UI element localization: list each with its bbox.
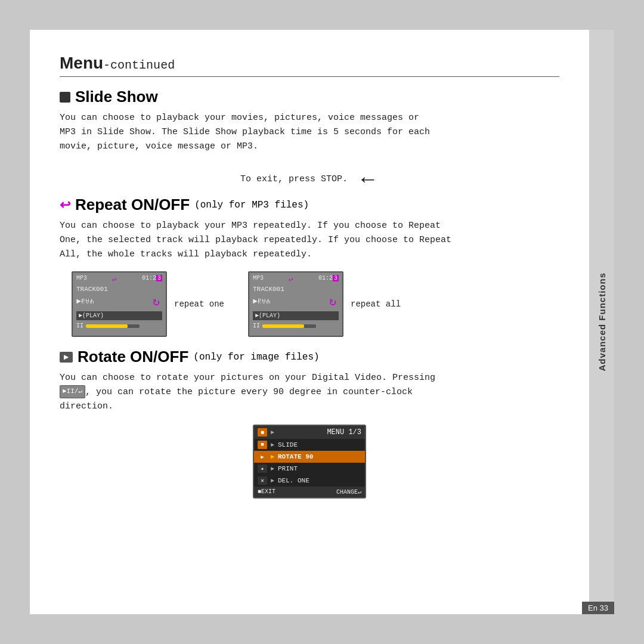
rotate-subtitle: (only for image files) xyxy=(193,352,319,363)
print-row-label: PRINT xyxy=(278,465,361,472)
repeat-title: ↩ Repeat ON/OFF (only for MP3 files) xyxy=(60,196,559,214)
slide-show-icon xyxy=(60,92,70,103)
rotate-button[interactable]: ►II/↵ xyxy=(60,385,85,398)
slide-row-label: SLIDE xyxy=(278,441,361,448)
mp3-screen-group-2: MP3 ↩ 01:23 TRACK001 ►𝈖𝈗𝈘 ↻ ►(PLAY) II xyxy=(248,271,401,337)
page-container: Menu-continued Slide Show You can choose… xyxy=(30,30,614,614)
rotate-icon: ▶ xyxy=(60,352,73,363)
stop-arrow-icon: ← xyxy=(357,168,379,190)
menu-row-delone[interactable]: ✕ ► DEL. ONE xyxy=(254,475,365,487)
menu-normal: -continued xyxy=(103,58,175,72)
rotate-title: ▶ Rotate ON/OFF (only for image files) xyxy=(60,348,559,366)
slide-show-title: Slide Show xyxy=(60,88,559,106)
slide-show-body: You can choose to playback your movies, … xyxy=(60,111,559,154)
rotate-row-label: ROTATE 90 xyxy=(278,453,361,460)
menu-header-icon: ■ xyxy=(258,428,267,436)
mp3-screens-row: MP3 ↩ 01:23 TRACK001 ►𝈖𝈗𝈘 ↻ ►(PLAY) II xyxy=(72,271,559,337)
repeat-all-label: repeat all xyxy=(351,299,401,309)
menu-row-slide[interactable]: ■ ► SLIDE xyxy=(254,439,365,451)
mp3-screen-2: MP3 ↩ 01:23 TRACK001 ►𝈖𝈗𝈘 ↻ ►(PLAY) II xyxy=(248,271,343,337)
menu-exit-label[interactable]: ■EXIT xyxy=(258,488,275,496)
menu-footer: ■EXIT CHANGE↵ xyxy=(254,487,365,497)
repeat-icon: ↩ xyxy=(60,197,70,213)
menu-change-label[interactable]: CHANGE↵ xyxy=(336,488,361,496)
menu-bold: Menu xyxy=(60,54,103,72)
mp3-screen-1: MP3 ↩ 01:23 TRACK001 ►𝈖𝈗𝈘 ↻ ►(PLAY) II xyxy=(72,271,167,337)
mp3-screen-group-1: MP3 ↩ 01:23 TRACK001 ►𝈖𝈗𝈘 ↻ ►(PLAY) II xyxy=(72,271,224,337)
stop-text: To exit, press STOP. xyxy=(240,174,348,184)
repeat-one-label: repeat one xyxy=(174,299,224,309)
sidebar: Advanced Functions xyxy=(589,30,614,614)
repeat-body: You can choose to playback your MP3 repe… xyxy=(60,219,559,262)
menu-screen: ■ ► MENU 1/3 ■ ► SLIDE ▶ ► ROTATE 90 xyxy=(253,425,366,499)
main-content: Menu-continued Slide Show You can choose… xyxy=(30,30,589,614)
menu-continued: Menu-continued xyxy=(60,54,559,77)
rotate-body: You can choose to rotate your pictures o… xyxy=(60,371,559,414)
en33-badge: En 33 xyxy=(582,602,614,614)
print-row-icon: ✦ xyxy=(258,465,267,473)
delone-row-label: DEL. ONE xyxy=(278,477,361,484)
menu-screen-container: ■ ► MENU 1/3 ■ ► SLIDE ▶ ► ROTATE 90 xyxy=(60,425,559,499)
repeat-subtitle: (only for MP3 files) xyxy=(194,200,309,210)
slide-row-icon: ■ xyxy=(258,441,267,449)
menu-row-rotate[interactable]: ▶ ► ROTATE 90 xyxy=(254,451,365,463)
sidebar-label: Advanced Functions xyxy=(597,273,607,371)
menu-header-text: MENU 1/3 xyxy=(278,428,361,436)
menu-row-print[interactable]: ✦ ► PRINT xyxy=(254,463,365,475)
menu-screen-header: ■ ► MENU 1/3 xyxy=(254,426,365,439)
delone-row-icon: ✕ xyxy=(258,476,267,485)
rotate-row-icon: ▶ xyxy=(258,453,267,461)
stop-line: To exit, press STOP. ← xyxy=(60,168,559,190)
